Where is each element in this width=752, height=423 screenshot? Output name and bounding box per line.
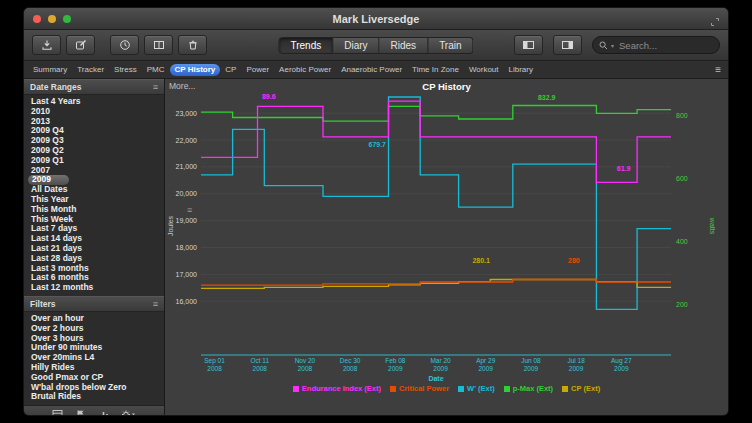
delete-button[interactable] (178, 35, 207, 55)
segment-trends[interactable]: Trends (278, 37, 333, 54)
tab-cp[interactable]: CP (220, 64, 241, 76)
segment-rides[interactable]: Rides (380, 37, 429, 54)
toggle-sidebar-button[interactable] (514, 35, 543, 55)
svg-text:18,000: 18,000 (176, 244, 198, 251)
window-title: Mark Liversedge (333, 13, 420, 25)
svg-text:Jul 18: Jul 18 (567, 357, 585, 364)
tab-pmc[interactable]: PMC (142, 64, 170, 76)
legend-item-endurance-index-ext-: Endurance Index (Ext) (293, 384, 381, 393)
sidebar-sections: Date Ranges≡Last 4 Years201020132009 Q42… (24, 79, 164, 405)
tab-workout[interactable]: Workout (464, 64, 504, 76)
legend-item-w-ext-: W' (Ext) (458, 384, 495, 393)
sidebar-item-last-12-months[interactable]: Last 12 months (24, 283, 164, 293)
sidebar-section-header-date-ranges[interactable]: Date Ranges≡ (24, 79, 164, 95)
section-menu-icon[interactable]: ≡ (153, 299, 158, 309)
titlebar[interactable]: Mark Liversedge (24, 8, 728, 30)
svg-text:200: 200 (676, 301, 688, 308)
svg-text:Mar 20: Mar 20 (430, 357, 451, 364)
legend-item-critical-power: Critical Power (390, 384, 449, 393)
sidebar-bottom-bar (24, 405, 164, 415)
svg-text:Feb 08: Feb 08 (385, 357, 406, 364)
toggle-compare-button[interactable] (553, 35, 582, 55)
legend-item-p-max-ext-: p-Max (Ext) (504, 384, 553, 393)
tab-power[interactable]: Power (241, 64, 274, 76)
tab-time-in-zone[interactable]: Time In Zone (407, 64, 464, 76)
legend-item-cp-ext-: CP (Ext) (562, 384, 600, 393)
section-menu-icon[interactable]: ≡ (153, 82, 158, 92)
legend-label: Endurance Index (Ext) (302, 384, 381, 393)
svg-text:Joules: Joules (167, 215, 174, 236)
svg-text:19,000: 19,000 (176, 217, 198, 224)
svg-text:2009: 2009 (614, 365, 629, 372)
tab-stress[interactable]: Stress (109, 64, 142, 76)
toolbar: TrendsDiaryRidesTrain ▾ (24, 30, 728, 61)
sidebar-item-brutal-rides[interactable]: Brutal Rides (24, 392, 164, 402)
import-button[interactable] (32, 35, 61, 55)
desktop: { "titlebar": { "title": "Mark Liversedg… (0, 0, 752, 423)
annotation-280.1: 280.1 (472, 257, 490, 264)
svg-text:23,000: 23,000 (176, 110, 198, 117)
tab-overflow-menu-icon[interactable]: ≡ (715, 64, 724, 75)
svg-text:Jun 08: Jun 08 (521, 357, 541, 364)
svg-text:800: 800 (676, 112, 688, 119)
traffic-lights (33, 15, 71, 23)
svg-text:Nov 20: Nov 20 (295, 357, 316, 364)
segment-diary[interactable]: Diary (333, 37, 379, 54)
layout-grid-icon[interactable] (52, 406, 63, 415)
legend-swatch (293, 386, 299, 392)
history-button[interactable] (110, 35, 139, 55)
svg-text:Oct 11: Oct 11 (250, 357, 269, 364)
section-title: Filters (30, 299, 56, 309)
flag-icon[interactable] (75, 406, 86, 415)
chart-legend: Endurance Index (Ext)Critical PowerW' (E… (165, 384, 728, 393)
search-field[interactable]: ▾ (592, 36, 720, 54)
legend-label: W' (Ext) (467, 384, 495, 393)
cp-history-chart: 16,00017,00018,00019,00020,00021,00022,0… (165, 79, 728, 394)
svg-text:21,000: 21,000 (176, 163, 198, 170)
svg-text:Apr 29: Apr 29 (476, 357, 496, 365)
chart-bars-icon[interactable] (98, 406, 109, 415)
svg-text:2009: 2009 (524, 365, 539, 372)
tab-cp-history[interactable]: CP History (170, 64, 221, 76)
close-button[interactable] (33, 15, 41, 23)
legend-label: p-Max (Ext) (513, 384, 553, 393)
tab-bar-tabs: SummaryTrackerStressPMCCP HistoryCPPower… (28, 64, 538, 76)
settings-gear-icon[interactable] (121, 406, 136, 415)
compose-button[interactable] (66, 35, 95, 55)
tab-aerobic-power[interactable]: Aerobic Power (274, 64, 336, 76)
svg-text:20,000: 20,000 (176, 190, 198, 197)
tab-library[interactable]: Library (504, 64, 538, 76)
fullscreen-icon[interactable] (710, 13, 720, 31)
annotation-679.7: 679.7 (368, 141, 386, 148)
svg-text:2008: 2008 (343, 365, 358, 372)
tab-anaerobic-power[interactable]: Anaerobic Power (336, 64, 407, 76)
section-title: Date Ranges (30, 82, 82, 92)
sidebar-section-header-filters[interactable]: Filters≡ (24, 296, 164, 312)
zoom-button[interactable] (63, 15, 71, 23)
svg-text:2008: 2008 (253, 365, 268, 372)
svg-text:2009: 2009 (569, 365, 584, 372)
svg-text:Dec 30: Dec 30 (340, 357, 361, 364)
split-view-button[interactable] (144, 35, 173, 55)
tab-summary[interactable]: Summary (28, 64, 72, 76)
svg-text:600: 600 (676, 175, 688, 182)
chart-tab-bar: SummaryTrackerStressPMCCP HistoryCPPower… (24, 61, 728, 79)
svg-text:17,000: 17,000 (176, 271, 198, 278)
svg-text:Sep 01: Sep 01 (204, 357, 225, 365)
minimize-button[interactable] (48, 15, 56, 23)
legend-swatch (504, 386, 510, 392)
search-input[interactable] (617, 39, 713, 52)
legend-swatch (458, 386, 464, 392)
svg-text:Date: Date (428, 375, 443, 382)
svg-text:2009: 2009 (478, 365, 493, 372)
series-line-w-ext- (201, 97, 671, 309)
legend-swatch (390, 386, 396, 392)
search-scope-caret-icon[interactable]: ▾ (611, 42, 614, 49)
tab-tracker[interactable]: Tracker (72, 64, 109, 76)
svg-text:400: 400 (676, 238, 688, 245)
segment-train[interactable]: Train (428, 37, 473, 54)
legend-label: CP (Ext) (571, 384, 600, 393)
svg-text:2009: 2009 (388, 365, 403, 372)
annotation-832.9: 832.9 (538, 94, 556, 101)
svg-text:22,000: 22,000 (176, 137, 198, 144)
